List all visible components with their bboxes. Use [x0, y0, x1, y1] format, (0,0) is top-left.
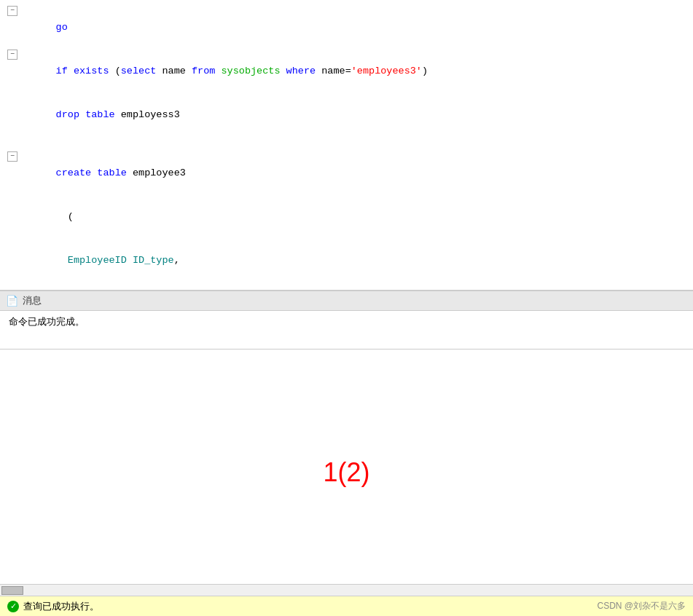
line-content-7: EmployeeID ID_type, [20, 239, 693, 283]
plain-openparen: ( [56, 211, 74, 222]
kw-exists: exists [74, 66, 115, 76]
kw-select: select [121, 66, 163, 76]
result-area: 1(2) [0, 350, 693, 596]
status-text: 查询已成功执行。 [23, 600, 99, 613]
messages-panel: 📄 消息 命令已成功完成。 [0, 291, 693, 350]
result-label: 1(2) [323, 457, 369, 488]
code-line-4 [6, 137, 693, 151]
gutter-2: − [6, 50, 20, 60]
kw-create: create [56, 167, 98, 178]
kw-where: where [281, 66, 322, 76]
messages-text: 命令已成功完成。 [9, 316, 85, 327]
gutter-5: − [6, 151, 20, 162]
collapse-btn-2[interactable]: − [7, 50, 17, 60]
messages-content: 命令已成功完成。 [0, 311, 693, 349]
plain-employess3: employess3 [121, 109, 180, 120]
code-line-6: ( [6, 195, 693, 239]
messages-icon: 📄 [6, 295, 18, 307]
code-line-8: Name char(10) not null, [6, 283, 693, 291]
scrollbar-thumb[interactable] [1, 586, 23, 595]
plain-comma7: , [174, 255, 180, 266]
gutter-1: − [6, 6, 20, 16]
collapse-btn-1[interactable]: − [7, 6, 17, 16]
plain-eq: = [345, 66, 351, 76]
plain-indent7 [56, 255, 68, 266]
str-employees3: 'employees3' [351, 66, 422, 76]
line-content-1: go [20, 6, 693, 50]
collapse-btn-5[interactable]: − [7, 151, 17, 162]
plain-close: ) [422, 66, 428, 76]
status-watermark: CSDN @刘杂不是六多 [597, 600, 686, 612]
status-left: ✓ 查询已成功执行。 [7, 600, 99, 613]
plain-name: name [162, 66, 192, 76]
messages-title: 消息 [23, 294, 42, 307]
scrollbar-area[interactable] [0, 584, 693, 596]
plain-1: ( [115, 66, 121, 76]
kw-table-create: table [97, 167, 133, 178]
plain-name2: name [321, 66, 345, 76]
keyword-go: go [56, 22, 68, 33]
code-line-1: − go [6, 6, 693, 50]
status-bar: ✓ 查询已成功执行。 CSDN @刘杂不是六多 [0, 596, 693, 616]
messages-header: 📄 消息 [0, 291, 693, 311]
line-content-5: create table employee3 [20, 151, 693, 195]
status-success-icon: ✓ [7, 601, 19, 612]
code-line-5: − create table employee3 [6, 151, 693, 195]
kw-table-drop: table [85, 109, 121, 120]
line-content-3: drop table employess3 [20, 93, 693, 137]
kw-from: from [192, 66, 222, 76]
type-idtype: ID_type [133, 255, 174, 266]
col-employeeid: EmployeeID [68, 255, 133, 266]
line-content-2: if exists (select name from sysobjects w… [20, 50, 693, 93]
line-content-6: ( [20, 195, 693, 239]
code-line-3: drop table employess3 [6, 93, 693, 137]
kw-drop: drop [56, 109, 86, 120]
code-line-7: EmployeeID ID_type, [6, 239, 693, 283]
plain-employee3: employee3 [133, 167, 186, 178]
code-line-2: − if exists (select name from sysobjects… [6, 50, 693, 93]
kw-if: if [56, 66, 74, 76]
code-editor[interactable]: − go − if exists (select name from sysob… [0, 0, 693, 291]
line-content-8: Name char(10) not null, [20, 283, 693, 291]
obj-sysobjects: sysobjects [222, 66, 281, 76]
line-content-4 [20, 137, 693, 151]
